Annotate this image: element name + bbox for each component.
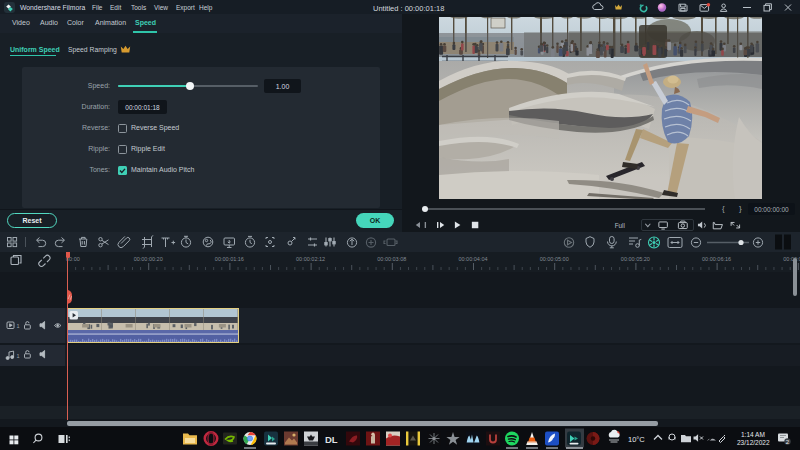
svg-text:00:00:05:20: 00:00:05:20 bbox=[621, 256, 650, 262]
svg-text:00:00:03:08: 00:00:03:08 bbox=[377, 256, 406, 262]
svg-text:00:00:02:12: 00:00:02:12 bbox=[296, 256, 325, 262]
svg-text:Full: Full bbox=[615, 222, 625, 229]
svg-text:00:00:00:20: 00:00:00:20 bbox=[134, 256, 163, 262]
svg-text:00:00:04:04: 00:00:04:04 bbox=[458, 256, 487, 262]
svg-text:DL: DL bbox=[325, 434, 338, 445]
svg-text:23/12/2022: 23/12/2022 bbox=[737, 439, 770, 446]
svg-text:10°C: 10°C bbox=[628, 435, 645, 444]
svg-text:00:00:05:00: 00:00:05:00 bbox=[540, 256, 569, 262]
svg-text:00:00:01:16: 00:00:01:16 bbox=[215, 256, 244, 262]
svg-text:00:00:07:12: 00:00:07:12 bbox=[783, 256, 800, 262]
svg-text:1: 1 bbox=[17, 353, 20, 359]
svg-text:1: 1 bbox=[17, 323, 20, 329]
svg-text:00:00:06:16: 00:00:06:16 bbox=[702, 256, 731, 262]
svg-text:1:14 AM: 1:14 AM bbox=[741, 431, 765, 438]
